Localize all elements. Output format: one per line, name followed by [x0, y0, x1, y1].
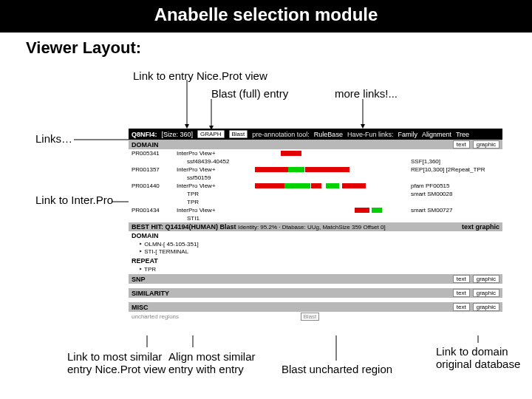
- section-similarity-label: SIMILARITY: [132, 290, 169, 297]
- repeat-item-2: STI-[ TERMINAL: [139, 248, 499, 256]
- nav-tree-link[interactable]: Tree: [456, 131, 469, 138]
- preann-link[interactable]: RuleBase: [314, 131, 343, 138]
- arrow-blast-full: [211, 99, 212, 130]
- viewer-header: Q8NFI4: [Size: 360] GRAPH Blast pre-anno…: [129, 129, 502, 140]
- slide-title: Anabelle selection module: [0, 0, 532, 33]
- section-misc: MISC text graphic: [129, 302, 502, 312]
- ann-link-niceprot: Link to entry Nice.Prot view: [133, 69, 267, 82]
- domain-code[interactable]: PR005341: [132, 150, 172, 157]
- repeat-sub-item: TPR: [139, 266, 499, 273]
- domain-sub-id[interactable]: ssf48439-40452: [177, 158, 253, 165]
- interpro-link[interactable]: InterPro View+: [177, 183, 216, 189]
- domain-row: PR001434InterPro View+smart SM00727: [129, 206, 502, 214]
- ann-domain-db-l1: Link to domain: [436, 345, 508, 358]
- repeat-heading-label: REPEAT: [132, 257, 158, 265]
- viewer-footer: uncharted regions Blast: [129, 312, 502, 321]
- ann-more-links: more links!...: [335, 87, 398, 100]
- domain-row: PR001440InterPro View+pfam PF00515: [129, 182, 502, 190]
- section-domain: DOMAIN text graphic: [129, 140, 502, 149]
- ann-link-interpro: Link to Inter.Pro: [35, 194, 113, 206]
- domain-row: PR005341InterPro View+: [129, 149, 502, 157]
- interpro-link[interactable]: InterPro View+: [177, 150, 216, 157]
- domain-row: TPRsmart SM00028: [129, 190, 502, 198]
- domain-code[interactable]: PR001357: [132, 166, 172, 173]
- domain-track: [248, 167, 406, 172]
- domain-db-link[interactable]: smart SM00727: [411, 207, 499, 214]
- domain-sub-id[interactable]: ssf50159: [177, 174, 253, 181]
- ann-align-most-l1: Align most similar: [168, 350, 256, 363]
- misc-graphic-button[interactable]: graphic: [473, 303, 499, 311]
- besthit-blast-button[interactable]: Blast: [220, 223, 236, 231]
- domain-row: TPR: [129, 198, 502, 206]
- section-similarity: SIMILARITY text graphic: [129, 288, 502, 298]
- snp-text-button[interactable]: text: [453, 275, 470, 283]
- ann-links: Links…: [35, 132, 72, 145]
- slide-body: Viewer Layout: Link to entry Nice.Prot v…: [0, 33, 532, 399]
- entry-id[interactable]: Q8NFI4:: [132, 131, 157, 138]
- nav-alignment-link[interactable]: Alignment: [422, 131, 451, 138]
- anabelle-viewer: Q8NFI4: [Size: 360] GRAPH Blast pre-anno…: [129, 129, 502, 335]
- domain-sub-id[interactable]: TPR: [177, 199, 253, 205]
- domain-track: [248, 151, 406, 156]
- interpro-link[interactable]: InterPro View+: [177, 207, 216, 214]
- domain-row: PR001357InterPro View+REP[10,300] [2Repe…: [129, 166, 502, 174]
- uncharted-label: uncharted regions: [132, 313, 179, 320]
- repeat-domain-sub: DOMAIN: [129, 231, 502, 240]
- domain-row: ssf48439-40452SSF[1,360]: [129, 157, 502, 166]
- section-misc-label: MISC: [132, 304, 149, 311]
- domain-right-label[interactable]: smart SM00028: [411, 191, 499, 197]
- section-domain-label: DOMAIN: [132, 141, 159, 149]
- ann-domain-db-l2: original database: [436, 358, 520, 370]
- nav-family-link[interactable]: Family: [398, 131, 417, 138]
- ann-most-similar-l2: entry Nice.Prot view: [67, 363, 166, 375]
- misc-text-button[interactable]: text: [453, 303, 470, 311]
- sim-text-button[interactable]: text: [453, 289, 470, 297]
- ann-blast-uncharted: Blast uncharted region: [282, 363, 392, 375]
- repeat-heading: REPEAT: [129, 256, 502, 265]
- navlinks-label: Have-Fun links:: [347, 131, 394, 138]
- domain-track: [248, 208, 406, 213]
- ann-most-similar-l1: Link to most similar: [67, 350, 162, 363]
- domain-row: ssf50159: [129, 174, 502, 182]
- domain-sub-id[interactable]: TPR: [177, 191, 253, 197]
- domain-code[interactable]: PR001434: [132, 207, 172, 214]
- domain-row: STI1: [129, 214, 502, 222]
- domain-sub-id[interactable]: STI1: [177, 215, 253, 222]
- uncharted-blast-button[interactable]: Blast: [301, 313, 320, 321]
- domain-db-link[interactable]: REP[10,300] [2Repeat_TPR: [411, 166, 499, 173]
- section-snp: SNP text graphic: [129, 274, 502, 284]
- preann-label: pre-annotation tool:: [252, 131, 310, 138]
- section-besthit-label: BEST HIT:: [132, 223, 163, 231]
- repeat-bullets: OLMN-[ 45-105-351] STI-[ TERMINAL: [129, 240, 502, 256]
- besthit-graphic-button[interactable]: graphic: [475, 223, 499, 231]
- section-besthit: BEST HIT: Q14194(HUMAN) Blast Identity: …: [129, 222, 502, 231]
- blast-full-button[interactable]: Blast: [229, 130, 248, 138]
- interpro-link[interactable]: InterPro View+: [177, 166, 216, 173]
- domain-rows: PR005341InterPro View+ssf48439-40452SSF[…: [129, 149, 502, 222]
- graph-button[interactable]: GRAPH: [197, 130, 224, 138]
- domain-code[interactable]: PR001440: [132, 183, 172, 189]
- domain-graphic-button[interactable]: graphic: [473, 140, 499, 149]
- snp-graphic-button[interactable]: graphic: [473, 275, 499, 283]
- section-heading: Viewer Layout:: [26, 38, 141, 58]
- arrow-niceprot: [186, 80, 188, 129]
- domain-track: [248, 183, 406, 188]
- besthit-id[interactable]: Q14194(HUMAN): [166, 223, 219, 231]
- entry-length: [Size: 360]: [162, 131, 194, 138]
- domain-right-label[interactable]: SSF[1,360]: [411, 158, 499, 165]
- repeat-sub-bullets: TPR: [129, 265, 502, 274]
- besthit-text-button[interactable]: text: [462, 223, 474, 231]
- section-snp-label: SNP: [132, 276, 146, 283]
- sim-graphic-button[interactable]: graphic: [473, 289, 499, 297]
- besthit-stats: Identity: 95.2% · Dtabase: UUg, MatchSiz…: [238, 224, 386, 231]
- domain-text-button[interactable]: text: [453, 140, 470, 149]
- arrow-more-links: [362, 99, 364, 129]
- repeat-item-1: OLMN-[ 45-105-351]: [139, 241, 499, 248]
- domain-db-link[interactable]: pfam PF00515: [411, 183, 499, 189]
- ann-blast-full: Blast (full) entry: [211, 87, 288, 100]
- ann-align-most-l2: entry with entry: [168, 363, 244, 375]
- repeat-domain-label: DOMAIN: [132, 232, 159, 239]
